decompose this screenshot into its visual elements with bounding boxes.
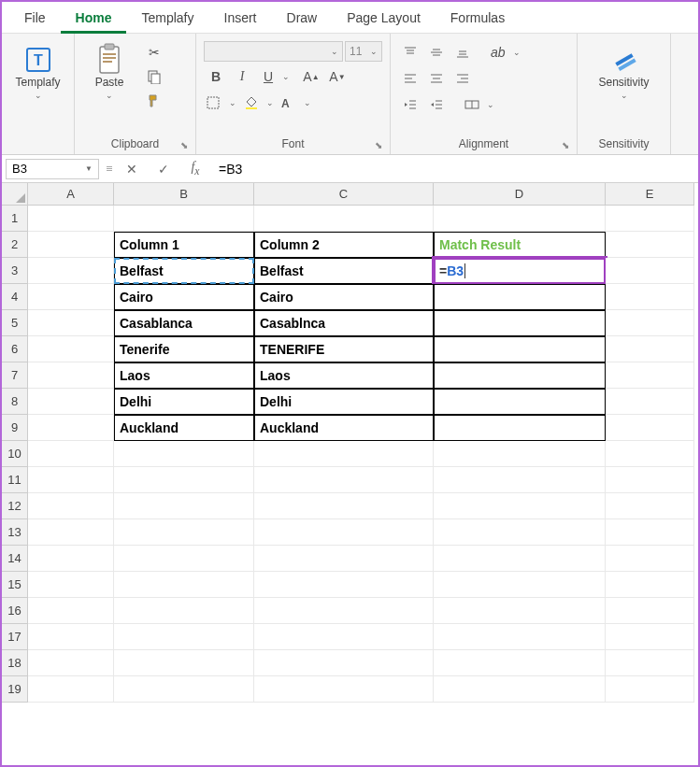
cell-C19[interactable] <box>254 676 434 703</box>
cell-D14[interactable] <box>434 546 606 572</box>
cell-B2[interactable]: Column 1 <box>114 232 254 258</box>
cell-E11[interactable] <box>606 467 694 493</box>
row-header-11[interactable]: 11 <box>2 467 28 493</box>
cell-D4[interactable] <box>434 284 606 310</box>
cell-B19[interactable] <box>114 676 254 703</box>
row-header-2[interactable]: 2 <box>2 232 28 258</box>
cell-A16[interactable] <box>28 598 114 624</box>
fill-color-button[interactable]: ⌄ <box>241 92 277 114</box>
cell-C18[interactable] <box>254 650 434 676</box>
paste-button[interactable]: Paste⌄ <box>82 41 136 105</box>
align-middle-button[interactable] <box>424 41 449 64</box>
tab-formulas[interactable]: Formulas <box>436 2 520 34</box>
cell-B6[interactable]: Tenerife <box>114 336 254 362</box>
cancel-formula-button[interactable]: ✕ <box>120 159 144 179</box>
row-header-6[interactable]: 6 <box>2 336 28 362</box>
enter-formula-button[interactable]: ✓ <box>151 159 176 179</box>
tab-page-layout[interactable]: Page Layout <box>332 2 436 34</box>
cell-A13[interactable] <box>28 519 114 546</box>
cell-B9[interactable]: Auckland <box>114 415 254 441</box>
cell-B4[interactable]: Cairo <box>114 284 254 310</box>
cell-C16[interactable] <box>254 598 434 624</box>
cell-D5[interactable] <box>434 310 606 336</box>
cell-E7[interactable] <box>606 362 694 389</box>
align-top-button[interactable] <box>398 41 422 64</box>
row-header-7[interactable]: 7 <box>2 362 28 389</box>
sensitivity-button[interactable]: Sensitivity⌄ <box>597 41 651 105</box>
font-size-select[interactable]: 11⌄ <box>345 41 382 62</box>
cell-E19[interactable] <box>606 676 694 703</box>
cell-B14[interactable] <box>114 546 254 572</box>
cell-B15[interactable] <box>114 572 254 598</box>
cell-D1[interactable] <box>434 206 606 232</box>
cell-B3[interactable]: Belfast <box>114 258 254 284</box>
row-header-5[interactable]: 5 <box>2 310 28 336</box>
cell-C6[interactable]: TENERIFE <box>254 336 434 362</box>
formula-input[interactable] <box>215 159 694 179</box>
cell-A1[interactable] <box>28 206 114 232</box>
cell-D8[interactable] <box>434 389 606 415</box>
cell-A11[interactable] <box>28 467 114 493</box>
cell-A7[interactable] <box>28 362 114 389</box>
align-center-button[interactable] <box>424 67 449 90</box>
cell-E4[interactable] <box>606 284 694 310</box>
tab-home[interactable]: Home <box>61 2 127 34</box>
col-header-A[interactable]: A <box>28 183 114 206</box>
align-bottom-button[interactable] <box>450 41 475 64</box>
row-header-15[interactable]: 15 <box>2 572 28 598</box>
cell-C7[interactable]: Laos <box>254 362 434 389</box>
row-header-1[interactable]: 1 <box>2 206 28 232</box>
row-header-8[interactable]: 8 <box>2 389 28 415</box>
cell-E18[interactable] <box>606 650 694 676</box>
cell-D13[interactable] <box>434 519 606 546</box>
clipboard-expand-icon[interactable]: ⬊ <box>180 140 188 150</box>
cell-B8[interactable]: Delhi <box>114 389 254 415</box>
cell-C11[interactable] <box>254 467 434 493</box>
cell-E15[interactable] <box>606 572 694 598</box>
cell-A15[interactable] <box>28 572 114 598</box>
cell-C14[interactable] <box>254 546 434 572</box>
cell-B18[interactable] <box>114 650 254 676</box>
cell-E16[interactable] <box>606 598 694 624</box>
row-header-4[interactable]: 4 <box>2 284 28 310</box>
cell-C8[interactable]: Delhi <box>254 389 434 415</box>
increase-font-button[interactable]: A▲ <box>299 65 323 88</box>
templafy-button[interactable]: T Templafy⌄ <box>11 41 65 105</box>
decrease-font-button[interactable]: A▼ <box>325 65 350 88</box>
row-header-9[interactable]: 9 <box>2 415 28 441</box>
decrease-indent-button[interactable] <box>398 93 422 116</box>
cell-C12[interactable] <box>254 493 434 519</box>
align-right-button[interactable] <box>450 67 475 90</box>
cell-B13[interactable] <box>114 519 254 546</box>
cell-C3[interactable]: Belfast <box>254 258 434 284</box>
cell-E12[interactable] <box>606 493 694 519</box>
bold-button[interactable]: B <box>204 65 228 88</box>
copy-button[interactable] <box>142 65 166 88</box>
cell-D16[interactable] <box>434 598 606 624</box>
cell-A2[interactable] <box>28 232 114 258</box>
cell-A18[interactable] <box>28 650 114 676</box>
cell-D7[interactable] <box>434 362 606 389</box>
select-all-corner[interactable] <box>2 183 28 206</box>
format-painter-button[interactable] <box>142 90 166 112</box>
cell-A3[interactable] <box>28 258 114 284</box>
cell-E1[interactable] <box>606 206 694 232</box>
name-box[interactable]: B3▼ <box>6 159 99 179</box>
cell-E10[interactable] <box>606 441 694 467</box>
cell-B1[interactable] <box>114 206 254 232</box>
cell-C17[interactable] <box>254 624 434 650</box>
cell-A8[interactable] <box>28 389 114 415</box>
cell-B12[interactable] <box>114 493 254 519</box>
row-header-16[interactable]: 16 <box>2 598 28 624</box>
underline-button[interactable]: U <box>256 65 280 88</box>
row-header-14[interactable]: 14 <box>2 546 28 572</box>
cell-D2[interactable]: Match Result <box>434 232 606 258</box>
cell-D15[interactable] <box>434 572 606 598</box>
cell-A17[interactable] <box>28 624 114 650</box>
cell-B17[interactable] <box>114 624 254 650</box>
cell-D9[interactable] <box>434 415 606 441</box>
font-expand-icon[interactable]: ⬊ <box>375 140 382 150</box>
cell-D11[interactable] <box>434 467 606 493</box>
cell-C10[interactable] <box>254 441 434 467</box>
col-header-D[interactable]: D <box>434 183 606 206</box>
